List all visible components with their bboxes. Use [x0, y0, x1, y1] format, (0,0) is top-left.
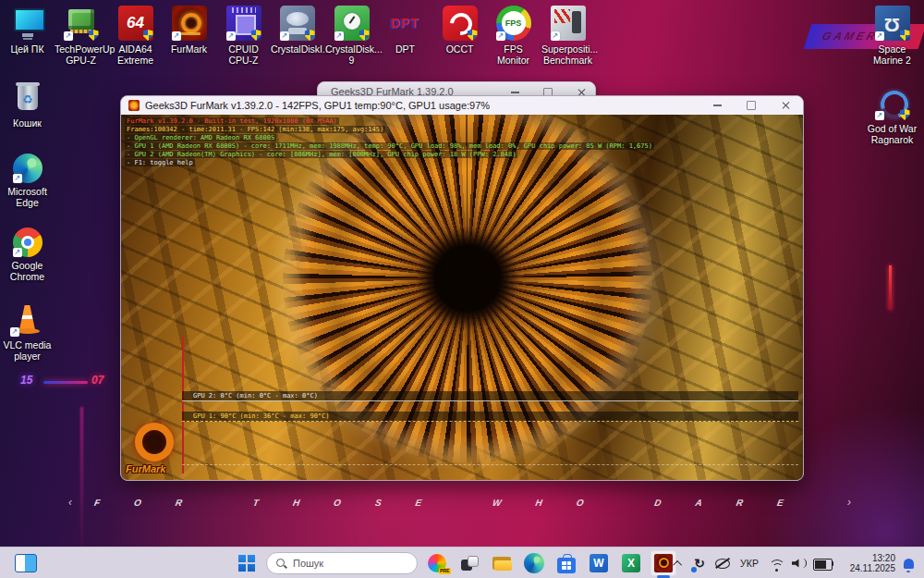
file-explorer-icon	[492, 553, 512, 573]
volume-icon[interactable]	[790, 556, 808, 571]
fps-monitor-icon: FPS↗	[496, 6, 531, 41]
desktop-icon-label: Superpositi... Benchmark	[541, 43, 594, 66]
maximize-icon	[747, 101, 756, 110]
desktop-icon-label: DPT	[395, 43, 415, 55]
desktop-icon-fps-monitor[interactable]: FPS↗FPS Monitor	[487, 6, 540, 66]
desktop-icon-label: FurMark	[171, 43, 207, 55]
close-icon	[781, 101, 790, 110]
taskbar-app-excel[interactable]: X	[618, 550, 644, 576]
desktop-icon-vlc[interactable]: ↗VLC media player	[1, 301, 54, 362]
furmark-flame-ring-icon	[135, 423, 174, 461]
clock[interactable]: 13:20 24.11.2025	[840, 551, 895, 575]
minimize-button[interactable]	[711, 99, 723, 112]
desktop-icon-microsoft-edge[interactable]: ↗Microsoft Edge	[1, 154, 54, 208]
word-icon: W	[590, 554, 608, 572]
aida64-glyph: 64	[127, 14, 144, 32]
language-indicator[interactable]: УКР	[736, 551, 762, 575]
desktop-icon-label: Google Chrome	[1, 260, 54, 282]
desktop-icon-label: God of War Ragnarok	[866, 123, 918, 145]
shortcut-arrow-icon: ↗	[875, 111, 884, 120]
desktop-icon-crystaldiskinfo[interactable]: ↗CrystalDiskI...	[271, 6, 323, 55]
osd-line-1: FurMark v1.39.2.0 - Built-in test, 1920x…	[125, 117, 339, 125]
widgets-icon	[15, 554, 37, 572]
windows-update-tray-icon[interactable]: ↻	[690, 551, 709, 575]
copilot-icon: PRE	[428, 554, 446, 572]
shortcut-arrow-icon: ↗	[172, 31, 181, 41]
privacy-eye-tray-icon[interactable]	[713, 551, 732, 575]
desktop-icon-gpu-z[interactable]: ↗TechPowerUp GPU-Z	[55, 6, 107, 66]
tray-date: 24.11.2025	[850, 563, 895, 574]
uac-shield-icon	[900, 30, 910, 41]
desktop-icon-label: Кошик	[13, 117, 42, 129]
minimize-icon	[713, 105, 722, 106]
space-marine-2-glyph: Ω	[884, 14, 900, 36]
copilot-pre-badge: PRE	[439, 568, 451, 574]
desktop-icon-aida64[interactable]: 64AIDA64 Extreme	[109, 6, 162, 66]
furmark-icon: ↗	[172, 6, 207, 41]
google-chrome-icon: ↗	[13, 228, 43, 257]
uac-shield-icon	[143, 30, 153, 41]
desktop-screen: GAMERS 15 07 ‹ FOR THOSE WHO DARE › Цей …	[0, 0, 924, 578]
desktop-icon-label: Space Marine 2	[866, 43, 918, 66]
osd-line-6: - F1: toggle help	[125, 159, 195, 166]
hidden-icons-chevron[interactable]	[671, 551, 686, 575]
taskbar-app-task-view[interactable]	[456, 550, 482, 576]
uac-shield-icon	[89, 30, 99, 41]
desktop-icon-recycle-bin[interactable]: ♻Кошик	[1, 80, 54, 129]
occt-icon	[443, 6, 478, 41]
desktop-icon-space-marine-2[interactable]: Ω↗Space Marine 2	[866, 6, 918, 66]
desktop-icon-dpt[interactable]: DPTDPT	[379, 6, 432, 55]
dpt-glyph: DPT	[391, 16, 419, 31]
battery-icon[interactable]	[813, 558, 835, 569]
desktop-icon-occt[interactable]: OCCT	[433, 6, 486, 55]
desktop-icon-crystaldiskmark[interactable]: ↗CrystalDisk... 9	[325, 6, 378, 66]
close-button[interactable]	[779, 99, 792, 112]
shortcut-arrow-icon: ↗	[875, 31, 884, 41]
desktop-icon-google-chrome[interactable]: ↗Google Chrome	[1, 228, 54, 282]
maximize-button[interactable]	[745, 99, 758, 112]
copilot-button[interactable]: PRE	[424, 550, 450, 576]
desktop-icon-label: TechPowerUp GPU-Z	[55, 43, 107, 66]
god-of-war-icon: ↗	[875, 85, 910, 120]
system-tray: ↻ УКР 13:20 24.11.2025	[671, 547, 917, 578]
notifications-bell-icon[interactable]	[900, 551, 917, 575]
search-placeholder: Пошук	[293, 558, 323, 569]
shortcut-arrow-icon: ↗	[13, 248, 22, 257]
taskbar-app-edge[interactable]	[521, 550, 547, 576]
desktop-icon-this-pc[interactable]: Цей ПК	[1, 6, 54, 55]
uac-shield-icon	[251, 30, 261, 41]
desktop-icon-cpu-z[interactable]: ↗CPUID CPU-Z	[217, 6, 270, 66]
desktop-icon-label: OCCT	[446, 43, 474, 55]
task-view-icon	[459, 553, 480, 573]
desktop-icon-god-of-war[interactable]: ↗God of War Ragnarok	[866, 85, 918, 145]
desktop-icon-superposition[interactable]: ↗Superpositi... Benchmark	[541, 6, 594, 66]
window-titlebar[interactable]: Geeks3D FurMark v1.39.2.0 - 142FPS, GPU1…	[121, 96, 803, 115]
taskbar-app-microsoft-store[interactable]	[553, 550, 579, 576]
furmark-logo: FurMark	[126, 423, 183, 478]
desktop-icon-furmark[interactable]: ↗FurMark	[163, 6, 215, 55]
osd-line-4: - GPU 1 (AMD Radeon RX 6800S) - core: 17…	[125, 142, 654, 150]
furmark-render-window: Geeks3D FurMark v1.39.2.0 - 142FPS, GPU1…	[120, 95, 804, 481]
desktop-icon-label: CPUID CPU-Z	[217, 43, 270, 66]
taskbar-search[interactable]: Пошук	[266, 552, 418, 574]
osd-line-2: Frames:100342 - time:2011.31 - FPS:142 (…	[125, 126, 385, 133]
desktop-icon-label: CrystalDisk... 9	[325, 43, 378, 66]
dpt-icon: DPT	[388, 6, 423, 41]
crystaldiskinfo-icon: ↗	[280, 6, 315, 41]
taskbar-app-file-explorer[interactable]	[489, 550, 515, 576]
start-button[interactable]	[234, 550, 260, 576]
shortcut-arrow-icon: ↗	[226, 31, 236, 41]
tray-time: 13:20	[872, 553, 895, 564]
widgets-button[interactable]	[13, 552, 39, 574]
wifi-icon[interactable]	[767, 554, 785, 572]
gpu-stress-render-area: FurMark v1.39.2.0 - Built-in test, 1920x…	[121, 115, 803, 481]
gpu-z-icon: ↗	[64, 6, 99, 41]
window-title: Geeks3D FurMark v1.39.2.0 - 142FPS, GPU1…	[145, 100, 490, 111]
osd-line-5: - GPU 2 (AMD Radeon(TM) Graphics) - core…	[125, 151, 517, 158]
search-icon	[276, 559, 286, 569]
minimize-icon	[511, 92, 519, 93]
recycle-bin-glyph: ♻	[22, 92, 33, 106]
taskbar-app-word[interactable]: W	[586, 550, 612, 576]
this-pc-icon	[10, 6, 45, 41]
fps-monitor-glyph: FPS	[505, 18, 522, 28]
